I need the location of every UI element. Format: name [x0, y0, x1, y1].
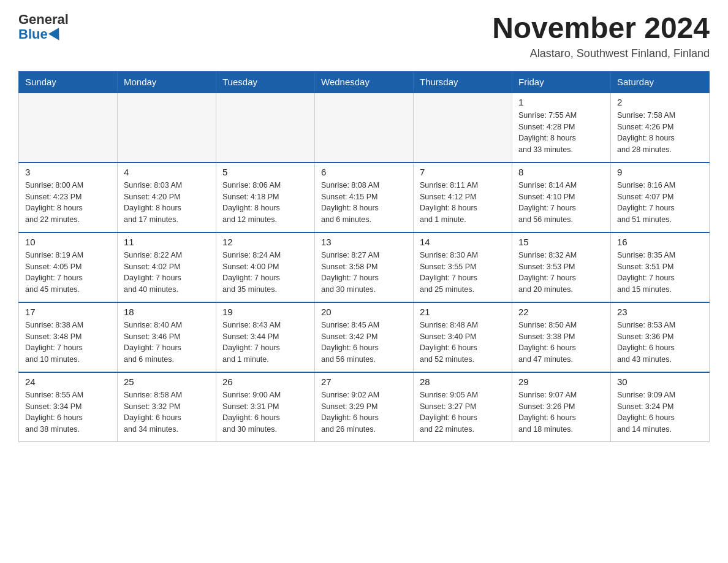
day-info: Sunrise: 8:35 AM Sunset: 3:51 PM Dayligh…	[617, 250, 703, 296]
day-number: 20	[321, 307, 407, 317]
day-number: 2	[617, 97, 703, 107]
day-info: Sunrise: 8:16 AM Sunset: 4:07 PM Dayligh…	[617, 180, 703, 226]
calendar-cell-w2-d7: 9Sunrise: 8:16 AM Sunset: 4:07 PM Daylig…	[611, 163, 710, 232]
col-friday: Friday	[512, 71, 611, 93]
day-info: Sunrise: 8:06 AM Sunset: 4:18 PM Dayligh…	[222, 180, 308, 226]
calendar-cell-w1-d4	[315, 93, 414, 163]
day-info: Sunrise: 8:19 AM Sunset: 4:05 PM Dayligh…	[25, 250, 111, 296]
calendar-cell-w2-d6: 8Sunrise: 8:14 AM Sunset: 4:10 PM Daylig…	[512, 163, 611, 232]
calendar-cell-w4-d6: 22Sunrise: 8:50 AM Sunset: 3:38 PM Dayli…	[512, 302, 611, 372]
logo-blue-text: Blue	[18, 27, 63, 42]
calendar-cell-w4-d1: 17Sunrise: 8:38 AM Sunset: 3:48 PM Dayli…	[19, 302, 118, 372]
day-info: Sunrise: 7:55 AM Sunset: 4:28 PM Dayligh…	[518, 110, 604, 156]
calendar-cell-w2-d3: 5Sunrise: 8:06 AM Sunset: 4:18 PM Daylig…	[216, 163, 315, 232]
day-info: Sunrise: 8:30 AM Sunset: 3:55 PM Dayligh…	[420, 250, 506, 296]
page-header: General Blue November 2024 Alastaro, Sou…	[18, 12, 710, 60]
logo-triangle-icon	[48, 28, 64, 44]
calendar-cell-w2-d4: 6Sunrise: 8:08 AM Sunset: 4:15 PM Daylig…	[315, 163, 414, 232]
day-number: 18	[124, 307, 210, 317]
logo: General Blue	[18, 12, 69, 42]
day-number: 17	[25, 307, 111, 317]
day-info: Sunrise: 8:24 AM Sunset: 4:00 PM Dayligh…	[222, 250, 308, 296]
week-row-1: 1Sunrise: 7:55 AM Sunset: 4:28 PM Daylig…	[19, 93, 710, 163]
day-info: Sunrise: 9:05 AM Sunset: 3:27 PM Dayligh…	[420, 389, 506, 435]
col-tuesday: Tuesday	[216, 71, 315, 93]
title-section: November 2024 Alastaro, Southwest Finlan…	[492, 12, 710, 60]
day-info: Sunrise: 8:43 AM Sunset: 3:44 PM Dayligh…	[222, 320, 308, 366]
col-saturday: Saturday	[611, 71, 710, 93]
calendar-cell-w1-d2	[118, 93, 216, 163]
calendar-cell-w2-d1: 3Sunrise: 8:00 AM Sunset: 4:23 PM Daylig…	[19, 163, 118, 232]
calendar-cell-w3-d4: 13Sunrise: 8:27 AM Sunset: 3:58 PM Dayli…	[315, 232, 414, 302]
col-wednesday: Wednesday	[315, 71, 414, 93]
day-number: 19	[222, 307, 308, 317]
day-info: Sunrise: 8:48 AM Sunset: 3:40 PM Dayligh…	[420, 320, 506, 366]
day-number: 25	[124, 377, 210, 387]
day-info: Sunrise: 8:08 AM Sunset: 4:15 PM Dayligh…	[321, 180, 407, 226]
day-info: Sunrise: 8:14 AM Sunset: 4:10 PM Dayligh…	[518, 180, 604, 226]
day-number: 3	[25, 167, 111, 177]
day-number: 6	[321, 167, 407, 177]
day-info: Sunrise: 8:45 AM Sunset: 3:42 PM Dayligh…	[321, 320, 407, 366]
calendar-cell-w5-d3: 26Sunrise: 9:00 AM Sunset: 3:31 PM Dayli…	[216, 372, 315, 442]
day-info: Sunrise: 8:27 AM Sunset: 3:58 PM Dayligh…	[321, 250, 407, 296]
day-number: 7	[420, 167, 506, 177]
day-number: 15	[518, 237, 604, 247]
day-info: Sunrise: 9:00 AM Sunset: 3:31 PM Dayligh…	[222, 389, 308, 435]
day-number: 9	[617, 167, 703, 177]
calendar-cell-w4-d4: 20Sunrise: 8:45 AM Sunset: 3:42 PM Dayli…	[315, 302, 414, 372]
calendar-table: Sunday Monday Tuesday Wednesday Thursday…	[18, 71, 710, 442]
day-info: Sunrise: 9:07 AM Sunset: 3:26 PM Dayligh…	[518, 389, 604, 435]
day-info: Sunrise: 8:40 AM Sunset: 3:46 PM Dayligh…	[124, 320, 210, 366]
calendar-cell-w5-d2: 25Sunrise: 8:58 AM Sunset: 3:32 PM Dayli…	[118, 372, 216, 442]
day-number: 21	[420, 307, 506, 317]
calendar-cell-w2-d5: 7Sunrise: 8:11 AM Sunset: 4:12 PM Daylig…	[414, 163, 512, 232]
calendar-cell-w5-d7: 30Sunrise: 9:09 AM Sunset: 3:24 PM Dayli…	[611, 372, 710, 442]
calendar-cell-w3-d1: 10Sunrise: 8:19 AM Sunset: 4:05 PM Dayli…	[19, 232, 118, 302]
day-number: 28	[420, 377, 506, 387]
day-number: 13	[321, 237, 407, 247]
day-info: Sunrise: 8:32 AM Sunset: 3:53 PM Dayligh…	[518, 250, 604, 296]
day-number: 11	[124, 237, 210, 247]
calendar-cell-w3-d7: 16Sunrise: 8:35 AM Sunset: 3:51 PM Dayli…	[611, 232, 710, 302]
logo-general-text: General	[18, 12, 69, 27]
day-info: Sunrise: 8:38 AM Sunset: 3:48 PM Dayligh…	[25, 320, 111, 366]
day-info: Sunrise: 7:58 AM Sunset: 4:26 PM Dayligh…	[617, 110, 703, 156]
day-info: Sunrise: 8:00 AM Sunset: 4:23 PM Dayligh…	[25, 180, 111, 226]
location-text: Alastaro, Southwest Finland, Finland	[492, 47, 710, 60]
col-monday: Monday	[118, 71, 216, 93]
calendar-cell-w5-d5: 28Sunrise: 9:05 AM Sunset: 3:27 PM Dayli…	[414, 372, 512, 442]
day-number: 29	[518, 377, 604, 387]
week-row-2: 3Sunrise: 8:00 AM Sunset: 4:23 PM Daylig…	[19, 163, 710, 232]
col-sunday: Sunday	[19, 71, 118, 93]
day-number: 22	[518, 307, 604, 317]
day-number: 5	[222, 167, 308, 177]
week-row-3: 10Sunrise: 8:19 AM Sunset: 4:05 PM Dayli…	[19, 232, 710, 302]
day-info: Sunrise: 9:02 AM Sunset: 3:29 PM Dayligh…	[321, 389, 407, 435]
calendar-cell-w1-d6: 1Sunrise: 7:55 AM Sunset: 4:28 PM Daylig…	[512, 93, 611, 163]
day-number: 23	[617, 307, 703, 317]
calendar-cell-w3-d6: 15Sunrise: 8:32 AM Sunset: 3:53 PM Dayli…	[512, 232, 611, 302]
day-info: Sunrise: 8:22 AM Sunset: 4:02 PM Dayligh…	[124, 250, 210, 296]
calendar-cell-w4-d5: 21Sunrise: 8:48 AM Sunset: 3:40 PM Dayli…	[414, 302, 512, 372]
calendar-header: Sunday Monday Tuesday Wednesday Thursday…	[19, 71, 710, 93]
week-row-4: 17Sunrise: 8:38 AM Sunset: 3:48 PM Dayli…	[19, 302, 710, 372]
day-info: Sunrise: 8:11 AM Sunset: 4:12 PM Dayligh…	[420, 180, 506, 226]
calendar-cell-w3-d2: 11Sunrise: 8:22 AM Sunset: 4:02 PM Dayli…	[118, 232, 216, 302]
calendar-cell-w4-d7: 23Sunrise: 8:53 AM Sunset: 3:36 PM Dayli…	[611, 302, 710, 372]
week-row-5: 24Sunrise: 8:55 AM Sunset: 3:34 PM Dayli…	[19, 372, 710, 442]
day-info: Sunrise: 8:55 AM Sunset: 3:34 PM Dayligh…	[25, 389, 111, 435]
calendar-cell-w2-d2: 4Sunrise: 8:03 AM Sunset: 4:20 PM Daylig…	[118, 163, 216, 232]
day-info: Sunrise: 8:50 AM Sunset: 3:38 PM Dayligh…	[518, 320, 604, 366]
day-info: Sunrise: 8:58 AM Sunset: 3:32 PM Dayligh…	[124, 389, 210, 435]
day-number: 30	[617, 377, 703, 387]
day-info: Sunrise: 8:53 AM Sunset: 3:36 PM Dayligh…	[617, 320, 703, 366]
days-of-week-row: Sunday Monday Tuesday Wednesday Thursday…	[19, 71, 710, 93]
calendar-body: 1Sunrise: 7:55 AM Sunset: 4:28 PM Daylig…	[19, 93, 710, 442]
calendar-cell-w5-d4: 27Sunrise: 9:02 AM Sunset: 3:29 PM Dayli…	[315, 372, 414, 442]
day-number: 27	[321, 377, 407, 387]
col-thursday: Thursday	[414, 71, 512, 93]
day-number: 8	[518, 167, 604, 177]
day-number: 26	[222, 377, 308, 387]
day-number: 16	[617, 237, 703, 247]
